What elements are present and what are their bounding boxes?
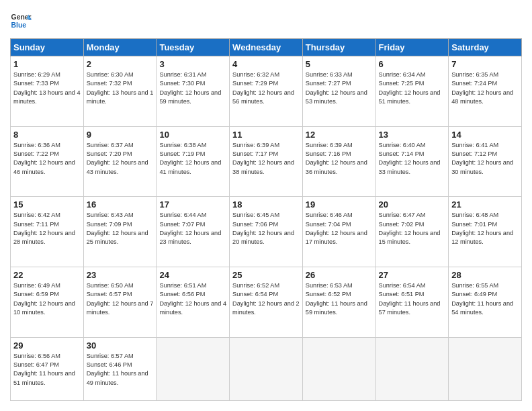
day-number: 3 xyxy=(159,59,226,69)
logo-icon: General Blue xyxy=(10,10,32,32)
day-number: 24 xyxy=(159,270,226,280)
day-info: Sunrise: 6:52 AM Sunset: 6:54 PM Dayligh… xyxy=(232,281,300,317)
day-number: 10 xyxy=(159,130,226,140)
calendar-cell xyxy=(449,337,522,400)
day-info: Sunrise: 6:56 AM Sunset: 6:47 PM Dayligh… xyxy=(13,352,81,387)
day-info: Sunrise: 6:33 AM Sunset: 7:27 PM Dayligh… xyxy=(306,71,373,106)
day-info: Sunrise: 6:31 AM Sunset: 7:30 PM Dayligh… xyxy=(159,71,226,106)
calendar-cell xyxy=(375,337,449,400)
calendar-cell: 14Sunrise: 6:41 AM Sunset: 7:12 PM Dayli… xyxy=(449,126,522,197)
day-number: 8 xyxy=(13,130,81,140)
calendar-cell: 3Sunrise: 6:31 AM Sunset: 7:30 PM Daylig… xyxy=(157,56,230,127)
day-number: 23 xyxy=(87,270,154,280)
calendar-cell: 12Sunrise: 6:39 AM Sunset: 7:16 PM Dayli… xyxy=(302,126,375,197)
day-info: Sunrise: 6:34 AM Sunset: 7:25 PM Dayligh… xyxy=(379,71,446,106)
week-row-3: 22Sunrise: 6:49 AM Sunset: 6:59 PM Dayli… xyxy=(11,267,522,337)
calendar-cell: 4Sunrise: 6:32 AM Sunset: 7:29 PM Daylig… xyxy=(230,56,303,127)
day-info: Sunrise: 6:55 AM Sunset: 6:49 PM Dayligh… xyxy=(451,281,519,317)
calendar-cell: 6Sunrise: 6:34 AM Sunset: 7:25 PM Daylig… xyxy=(375,56,449,127)
calendar-cell: 24Sunrise: 6:51 AM Sunset: 6:56 PM Dayli… xyxy=(157,267,230,337)
day-number: 25 xyxy=(232,270,300,280)
calendar-cell: 8Sunrise: 6:36 AM Sunset: 7:22 PM Daylig… xyxy=(11,126,84,197)
day-number: 30 xyxy=(87,340,154,351)
calendar-cell: 21Sunrise: 6:48 AM Sunset: 7:01 PM Dayli… xyxy=(449,197,522,267)
day-info: Sunrise: 6:47 AM Sunset: 7:02 PM Dayligh… xyxy=(379,211,446,246)
day-number: 19 xyxy=(306,199,373,210)
day-number: 9 xyxy=(87,130,154,140)
week-row-1: 8Sunrise: 6:36 AM Sunset: 7:22 PM Daylig… xyxy=(11,126,522,197)
day-info: Sunrise: 6:43 AM Sunset: 7:09 PM Dayligh… xyxy=(87,211,154,246)
day-info: Sunrise: 6:32 AM Sunset: 7:29 PM Dayligh… xyxy=(232,71,300,106)
calendar-cell: 20Sunrise: 6:47 AM Sunset: 7:02 PM Dayli… xyxy=(375,197,449,267)
calendar-cell: 27Sunrise: 6:54 AM Sunset: 6:51 PM Dayli… xyxy=(375,267,449,337)
day-info: Sunrise: 6:35 AM Sunset: 7:24 PM Dayligh… xyxy=(451,71,519,106)
weekday-header-row: SundayMondayTuesdayWednesdayThursdayFrid… xyxy=(11,39,522,56)
day-number: 21 xyxy=(451,199,519,210)
calendar-cell: 11Sunrise: 6:39 AM Sunset: 7:17 PM Dayli… xyxy=(230,126,303,197)
day-info: Sunrise: 6:49 AM Sunset: 6:59 PM Dayligh… xyxy=(13,281,81,317)
calendar-cell: 7Sunrise: 6:35 AM Sunset: 7:24 PM Daylig… xyxy=(449,56,522,127)
week-row-2: 15Sunrise: 6:42 AM Sunset: 7:11 PM Dayli… xyxy=(11,197,522,267)
day-number: 7 xyxy=(451,59,519,69)
day-info: Sunrise: 6:50 AM Sunset: 6:57 PM Dayligh… xyxy=(87,281,154,317)
week-row-4: 29Sunrise: 6:56 AM Sunset: 6:47 PM Dayli… xyxy=(11,337,522,400)
day-info: Sunrise: 6:29 AM Sunset: 7:33 PM Dayligh… xyxy=(13,71,81,106)
day-number: 27 xyxy=(379,270,446,280)
day-info: Sunrise: 6:45 AM Sunset: 7:06 PM Dayligh… xyxy=(232,211,300,246)
weekday-header-tuesday: Tuesday xyxy=(157,39,230,56)
day-number: 18 xyxy=(232,199,300,210)
day-info: Sunrise: 6:40 AM Sunset: 7:14 PM Dayligh… xyxy=(379,141,446,177)
calendar-cell: 30Sunrise: 6:57 AM Sunset: 6:46 PM Dayli… xyxy=(83,337,157,400)
calendar-cell: 9Sunrise: 6:37 AM Sunset: 7:20 PM Daylig… xyxy=(83,126,157,197)
day-number: 28 xyxy=(451,270,519,280)
day-number: 14 xyxy=(451,130,519,140)
day-number: 16 xyxy=(87,199,154,210)
day-info: Sunrise: 6:36 AM Sunset: 7:22 PM Dayligh… xyxy=(13,141,81,177)
header: General Blue xyxy=(10,10,522,32)
day-number: 12 xyxy=(306,130,373,140)
day-info: Sunrise: 6:30 AM Sunset: 7:32 PM Dayligh… xyxy=(87,71,154,106)
day-info: Sunrise: 6:39 AM Sunset: 7:16 PM Dayligh… xyxy=(306,141,373,177)
day-number: 20 xyxy=(379,199,446,210)
calendar-cell: 29Sunrise: 6:56 AM Sunset: 6:47 PM Dayli… xyxy=(11,337,84,400)
day-info: Sunrise: 6:57 AM Sunset: 6:46 PM Dayligh… xyxy=(87,352,154,387)
weekday-header-sunday: Sunday xyxy=(11,39,84,56)
day-info: Sunrise: 6:37 AM Sunset: 7:20 PM Dayligh… xyxy=(87,141,154,177)
day-info: Sunrise: 6:53 AM Sunset: 6:52 PM Dayligh… xyxy=(306,281,373,317)
calendar-cell: 28Sunrise: 6:55 AM Sunset: 6:49 PM Dayli… xyxy=(449,267,522,337)
day-info: Sunrise: 6:38 AM Sunset: 7:19 PM Dayligh… xyxy=(159,141,226,177)
day-info: Sunrise: 6:44 AM Sunset: 7:07 PM Dayligh… xyxy=(159,211,226,246)
day-info: Sunrise: 6:46 AM Sunset: 7:04 PM Dayligh… xyxy=(306,211,373,246)
calendar-table: SundayMondayTuesdayWednesdayThursdayFrid… xyxy=(10,38,522,401)
weekday-header-monday: Monday xyxy=(83,39,157,56)
day-info: Sunrise: 6:54 AM Sunset: 6:51 PM Dayligh… xyxy=(379,281,446,317)
svg-text:Blue: Blue xyxy=(11,21,27,29)
calendar-cell: 19Sunrise: 6:46 AM Sunset: 7:04 PM Dayli… xyxy=(302,197,375,267)
day-number: 13 xyxy=(379,130,446,140)
calendar-cell: 13Sunrise: 6:40 AM Sunset: 7:14 PM Dayli… xyxy=(375,126,449,197)
calendar-cell: 26Sunrise: 6:53 AM Sunset: 6:52 PM Dayli… xyxy=(302,267,375,337)
calendar-cell: 2Sunrise: 6:30 AM Sunset: 7:32 PM Daylig… xyxy=(83,56,157,127)
calendar-cell: 22Sunrise: 6:49 AM Sunset: 6:59 PM Dayli… xyxy=(11,267,84,337)
day-number: 22 xyxy=(13,270,81,280)
calendar-cell: 1Sunrise: 6:29 AM Sunset: 7:33 PM Daylig… xyxy=(11,56,84,127)
calendar-cell xyxy=(302,337,375,400)
calendar-cell: 5Sunrise: 6:33 AM Sunset: 7:27 PM Daylig… xyxy=(302,56,375,127)
day-number: 6 xyxy=(379,59,446,69)
day-info: Sunrise: 6:39 AM Sunset: 7:17 PM Dayligh… xyxy=(232,141,300,177)
day-number: 5 xyxy=(306,59,373,69)
calendar-cell: 16Sunrise: 6:43 AM Sunset: 7:09 PM Dayli… xyxy=(83,197,157,267)
weekday-header-saturday: Saturday xyxy=(449,39,522,56)
calendar-cell: 23Sunrise: 6:50 AM Sunset: 6:57 PM Dayli… xyxy=(83,267,157,337)
day-number: 4 xyxy=(232,59,300,69)
calendar-cell: 18Sunrise: 6:45 AM Sunset: 7:06 PM Dayli… xyxy=(230,197,303,267)
week-row-0: 1Sunrise: 6:29 AM Sunset: 7:33 PM Daylig… xyxy=(11,56,522,127)
day-number: 1 xyxy=(13,59,81,69)
calendar-cell xyxy=(157,337,230,400)
day-number: 11 xyxy=(232,130,300,140)
weekday-header-thursday: Thursday xyxy=(302,39,375,56)
day-number: 15 xyxy=(13,199,81,210)
calendar-cell: 10Sunrise: 6:38 AM Sunset: 7:19 PM Dayli… xyxy=(157,126,230,197)
logo: General Blue xyxy=(10,10,32,32)
day-info: Sunrise: 6:48 AM Sunset: 7:01 PM Dayligh… xyxy=(451,211,519,246)
